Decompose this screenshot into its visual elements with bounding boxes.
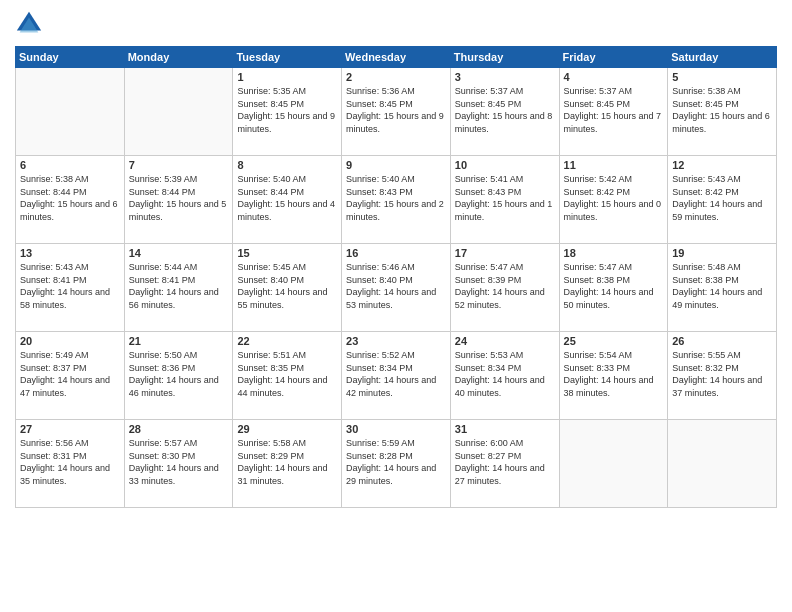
- calendar-cell: 31Sunrise: 6:00 AM Sunset: 8:27 PM Dayli…: [450, 420, 559, 508]
- calendar-cell: 25Sunrise: 5:54 AM Sunset: 8:33 PM Dayli…: [559, 332, 668, 420]
- cell-info: Sunrise: 5:45 AM Sunset: 8:40 PM Dayligh…: [237, 261, 337, 311]
- calendar-week-3: 20Sunrise: 5:49 AM Sunset: 8:37 PM Dayli…: [16, 332, 777, 420]
- calendar-cell: 23Sunrise: 5:52 AM Sunset: 8:34 PM Dayli…: [342, 332, 451, 420]
- cell-info: Sunrise: 5:59 AM Sunset: 8:28 PM Dayligh…: [346, 437, 446, 487]
- calendar-cell: 22Sunrise: 5:51 AM Sunset: 8:35 PM Dayli…: [233, 332, 342, 420]
- day-number: 29: [237, 423, 337, 435]
- cell-info: Sunrise: 5:53 AM Sunset: 8:34 PM Dayligh…: [455, 349, 555, 399]
- calendar-cell: 28Sunrise: 5:57 AM Sunset: 8:30 PM Dayli…: [124, 420, 233, 508]
- day-number: 1: [237, 71, 337, 83]
- day-number: 15: [237, 247, 337, 259]
- cell-info: Sunrise: 5:43 AM Sunset: 8:42 PM Dayligh…: [672, 173, 772, 223]
- day-number: 23: [346, 335, 446, 347]
- cell-info: Sunrise: 5:54 AM Sunset: 8:33 PM Dayligh…: [564, 349, 664, 399]
- day-number: 8: [237, 159, 337, 171]
- calendar: SundayMondayTuesdayWednesdayThursdayFrid…: [15, 46, 777, 508]
- day-number: 26: [672, 335, 772, 347]
- calendar-cell: [668, 420, 777, 508]
- calendar-cell: 24Sunrise: 5:53 AM Sunset: 8:34 PM Dayli…: [450, 332, 559, 420]
- col-header-wednesday: Wednesday: [342, 47, 451, 68]
- cell-info: Sunrise: 5:38 AM Sunset: 8:45 PM Dayligh…: [672, 85, 772, 135]
- calendar-cell: 15Sunrise: 5:45 AM Sunset: 8:40 PM Dayli…: [233, 244, 342, 332]
- calendar-cell: [559, 420, 668, 508]
- cell-info: Sunrise: 5:50 AM Sunset: 8:36 PM Dayligh…: [129, 349, 229, 399]
- calendar-cell: 29Sunrise: 5:58 AM Sunset: 8:29 PM Dayli…: [233, 420, 342, 508]
- cell-info: Sunrise: 5:40 AM Sunset: 8:43 PM Dayligh…: [346, 173, 446, 223]
- cell-info: Sunrise: 5:52 AM Sunset: 8:34 PM Dayligh…: [346, 349, 446, 399]
- cell-info: Sunrise: 5:37 AM Sunset: 8:45 PM Dayligh…: [455, 85, 555, 135]
- cell-info: Sunrise: 5:41 AM Sunset: 8:43 PM Dayligh…: [455, 173, 555, 223]
- col-header-tuesday: Tuesday: [233, 47, 342, 68]
- day-number: 4: [564, 71, 664, 83]
- day-number: 7: [129, 159, 229, 171]
- cell-info: Sunrise: 5:56 AM Sunset: 8:31 PM Dayligh…: [20, 437, 120, 487]
- calendar-cell: 27Sunrise: 5:56 AM Sunset: 8:31 PM Dayli…: [16, 420, 125, 508]
- day-number: 19: [672, 247, 772, 259]
- cell-info: Sunrise: 5:35 AM Sunset: 8:45 PM Dayligh…: [237, 85, 337, 135]
- calendar-cell: 17Sunrise: 5:47 AM Sunset: 8:39 PM Dayli…: [450, 244, 559, 332]
- cell-info: Sunrise: 5:37 AM Sunset: 8:45 PM Dayligh…: [564, 85, 664, 135]
- day-number: 17: [455, 247, 555, 259]
- cell-info: Sunrise: 5:38 AM Sunset: 8:44 PM Dayligh…: [20, 173, 120, 223]
- calendar-cell: 19Sunrise: 5:48 AM Sunset: 8:38 PM Dayli…: [668, 244, 777, 332]
- day-number: 30: [346, 423, 446, 435]
- calendar-week-1: 6Sunrise: 5:38 AM Sunset: 8:44 PM Daylig…: [16, 156, 777, 244]
- logo: [15, 10, 47, 38]
- calendar-cell: 3Sunrise: 5:37 AM Sunset: 8:45 PM Daylig…: [450, 68, 559, 156]
- day-number: 5: [672, 71, 772, 83]
- cell-info: Sunrise: 5:49 AM Sunset: 8:37 PM Dayligh…: [20, 349, 120, 399]
- page: SundayMondayTuesdayWednesdayThursdayFrid…: [0, 0, 792, 612]
- cell-info: Sunrise: 5:55 AM Sunset: 8:32 PM Dayligh…: [672, 349, 772, 399]
- calendar-cell: 4Sunrise: 5:37 AM Sunset: 8:45 PM Daylig…: [559, 68, 668, 156]
- calendar-cell: 26Sunrise: 5:55 AM Sunset: 8:32 PM Dayli…: [668, 332, 777, 420]
- calendar-cell: 9Sunrise: 5:40 AM Sunset: 8:43 PM Daylig…: [342, 156, 451, 244]
- cell-info: Sunrise: 5:42 AM Sunset: 8:42 PM Dayligh…: [564, 173, 664, 223]
- day-number: 10: [455, 159, 555, 171]
- day-number: 20: [20, 335, 120, 347]
- calendar-cell: 7Sunrise: 5:39 AM Sunset: 8:44 PM Daylig…: [124, 156, 233, 244]
- day-number: 16: [346, 247, 446, 259]
- day-number: 2: [346, 71, 446, 83]
- cell-info: Sunrise: 5:43 AM Sunset: 8:41 PM Dayligh…: [20, 261, 120, 311]
- day-number: 13: [20, 247, 120, 259]
- cell-info: Sunrise: 5:51 AM Sunset: 8:35 PM Dayligh…: [237, 349, 337, 399]
- header: [15, 10, 777, 38]
- day-number: 3: [455, 71, 555, 83]
- calendar-week-0: 1Sunrise: 5:35 AM Sunset: 8:45 PM Daylig…: [16, 68, 777, 156]
- day-number: 31: [455, 423, 555, 435]
- col-header-sunday: Sunday: [16, 47, 125, 68]
- calendar-cell: [16, 68, 125, 156]
- logo-icon: [15, 10, 43, 38]
- calendar-cell: 6Sunrise: 5:38 AM Sunset: 8:44 PM Daylig…: [16, 156, 125, 244]
- calendar-week-4: 27Sunrise: 5:56 AM Sunset: 8:31 PM Dayli…: [16, 420, 777, 508]
- col-header-friday: Friday: [559, 47, 668, 68]
- cell-info: Sunrise: 5:48 AM Sunset: 8:38 PM Dayligh…: [672, 261, 772, 311]
- cell-info: Sunrise: 5:57 AM Sunset: 8:30 PM Dayligh…: [129, 437, 229, 487]
- cell-info: Sunrise: 5:47 AM Sunset: 8:39 PM Dayligh…: [455, 261, 555, 311]
- day-number: 12: [672, 159, 772, 171]
- calendar-cell: 1Sunrise: 5:35 AM Sunset: 8:45 PM Daylig…: [233, 68, 342, 156]
- calendar-header-row: SundayMondayTuesdayWednesdayThursdayFrid…: [16, 47, 777, 68]
- day-number: 6: [20, 159, 120, 171]
- cell-info: Sunrise: 5:47 AM Sunset: 8:38 PM Dayligh…: [564, 261, 664, 311]
- cell-info: Sunrise: 5:58 AM Sunset: 8:29 PM Dayligh…: [237, 437, 337, 487]
- calendar-cell: 5Sunrise: 5:38 AM Sunset: 8:45 PM Daylig…: [668, 68, 777, 156]
- calendar-cell: 11Sunrise: 5:42 AM Sunset: 8:42 PM Dayli…: [559, 156, 668, 244]
- day-number: 28: [129, 423, 229, 435]
- calendar-cell: 30Sunrise: 5:59 AM Sunset: 8:28 PM Dayli…: [342, 420, 451, 508]
- calendar-cell: [124, 68, 233, 156]
- cell-info: Sunrise: 5:44 AM Sunset: 8:41 PM Dayligh…: [129, 261, 229, 311]
- calendar-week-2: 13Sunrise: 5:43 AM Sunset: 8:41 PM Dayli…: [16, 244, 777, 332]
- day-number: 9: [346, 159, 446, 171]
- calendar-cell: 12Sunrise: 5:43 AM Sunset: 8:42 PM Dayli…: [668, 156, 777, 244]
- day-number: 14: [129, 247, 229, 259]
- calendar-cell: 2Sunrise: 5:36 AM Sunset: 8:45 PM Daylig…: [342, 68, 451, 156]
- day-number: 18: [564, 247, 664, 259]
- calendar-cell: 14Sunrise: 5:44 AM Sunset: 8:41 PM Dayli…: [124, 244, 233, 332]
- cell-info: Sunrise: 5:39 AM Sunset: 8:44 PM Dayligh…: [129, 173, 229, 223]
- col-header-monday: Monday: [124, 47, 233, 68]
- day-number: 21: [129, 335, 229, 347]
- calendar-cell: 20Sunrise: 5:49 AM Sunset: 8:37 PM Dayli…: [16, 332, 125, 420]
- day-number: 11: [564, 159, 664, 171]
- day-number: 25: [564, 335, 664, 347]
